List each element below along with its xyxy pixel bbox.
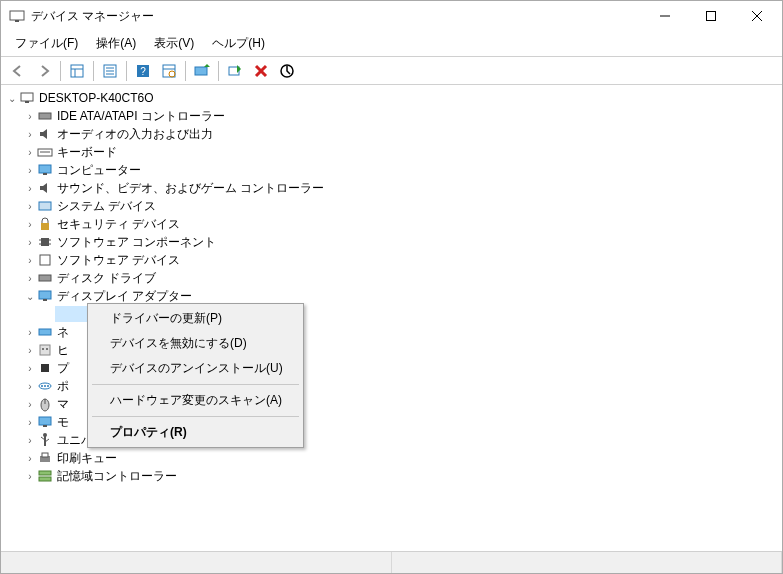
chevron-right-icon[interactable]: › xyxy=(23,363,37,374)
chevron-right-icon[interactable]: › xyxy=(23,435,37,446)
chevron-right-icon[interactable]: › xyxy=(23,129,37,140)
tree-category-label: セキュリティ デバイス xyxy=(57,216,180,233)
svg-rect-44 xyxy=(40,345,50,355)
svg-rect-25 xyxy=(39,113,51,119)
ctx-separator xyxy=(92,384,299,385)
help-toolbar-button[interactable]: ? xyxy=(131,60,155,82)
show-hide-tree-button[interactable] xyxy=(65,60,89,82)
chevron-right-icon[interactable]: › xyxy=(23,327,37,338)
ctx-separator xyxy=(92,416,299,417)
tree-category-node[interactable]: ›システム デバイス xyxy=(3,197,780,215)
svg-rect-18 xyxy=(195,67,207,75)
svg-text:?: ? xyxy=(140,66,146,77)
toolbar-separator xyxy=(185,61,186,81)
chevron-right-icon[interactable]: › xyxy=(23,399,37,410)
chevron-right-icon[interactable]: › xyxy=(23,165,37,176)
menu-help[interactable]: ヘルプ(H) xyxy=(204,33,273,54)
tree-category-node[interactable]: ›キーボード xyxy=(3,143,780,161)
minimize-button[interactable] xyxy=(642,1,688,31)
category-icon xyxy=(37,288,53,304)
tree-category-node[interactable]: ›ディスク ドライブ xyxy=(3,269,780,287)
tree-category-label: システム デバイス xyxy=(57,198,156,215)
chevron-right-icon[interactable]: › xyxy=(23,111,37,122)
tree-category-label: キーボード xyxy=(57,144,117,161)
uninstall-device-toolbar-button[interactable] xyxy=(249,60,273,82)
disable-device-toolbar-button[interactable] xyxy=(275,60,299,82)
tree-category-label: 記憶域コントローラー xyxy=(57,468,177,485)
maximize-button[interactable] xyxy=(688,1,734,31)
svg-rect-54 xyxy=(39,417,51,425)
tree-category-label: モ xyxy=(57,414,69,431)
chevron-right-icon[interactable]: › xyxy=(23,219,37,230)
category-icon xyxy=(37,342,53,358)
back-button[interactable] xyxy=(6,60,30,82)
chevron-down-icon[interactable]: ⌄ xyxy=(5,93,19,104)
category-icon xyxy=(37,450,53,466)
chevron-right-icon[interactable]: › xyxy=(23,273,37,284)
tree-category-node[interactable]: ›サウンド、ビデオ、およびゲーム コントローラー xyxy=(3,179,780,197)
svg-rect-31 xyxy=(41,223,49,230)
scan-hardware-toolbar-button[interactable] xyxy=(157,60,181,82)
computer-icon xyxy=(19,90,35,106)
ctx-properties[interactable]: プロパティ(R) xyxy=(90,420,301,445)
category-icon xyxy=(37,270,53,286)
chevron-right-icon[interactable]: › xyxy=(23,147,37,158)
statusbar xyxy=(1,551,782,573)
category-icon xyxy=(37,216,53,232)
tree-category-label: サウンド、ビデオ、およびゲーム コントローラー xyxy=(57,180,324,197)
tree-category-node[interactable]: ›ソフトウェア デバイス xyxy=(3,251,780,269)
svg-rect-39 xyxy=(39,291,51,299)
tree-category-label: ディスク ドライブ xyxy=(57,270,156,287)
chevron-right-icon[interactable]: › xyxy=(23,201,37,212)
tree-category-label: IDE ATA/ATAPI コントローラー xyxy=(57,108,225,125)
chevron-right-icon[interactable]: › xyxy=(23,183,37,194)
menu-view[interactable]: 表示(V) xyxy=(146,33,202,54)
tree-category-label: ディスプレイ アダプター xyxy=(57,288,192,305)
tree-category-node[interactable]: ›IDE ATA/ATAPI コントローラー xyxy=(3,107,780,125)
tree-category-label: オーディオの入力および出力 xyxy=(57,126,213,143)
svg-point-45 xyxy=(42,348,44,350)
chevron-right-icon[interactable]: › xyxy=(23,237,37,248)
chevron-right-icon[interactable]: › xyxy=(23,471,37,482)
category-icon xyxy=(37,144,53,160)
svg-point-17 xyxy=(169,71,175,77)
category-icon xyxy=(37,252,53,268)
tree-category-label: 印刷キュー xyxy=(57,450,117,467)
category-icon xyxy=(37,234,53,250)
svg-point-49 xyxy=(41,385,43,387)
ctx-disable-device[interactable]: デバイスを無効にする(D) xyxy=(90,331,301,356)
properties-toolbar-button[interactable] xyxy=(98,60,122,82)
tree-category-node[interactable]: ›印刷キュー xyxy=(3,449,780,467)
svg-point-57 xyxy=(43,433,47,437)
menubar: ファイル(F) 操作(A) 表示(V) ヘルプ(H) xyxy=(1,31,782,57)
tree-category-node[interactable]: ›オーディオの入力および出力 xyxy=(3,125,780,143)
enable-device-toolbar-button[interactable] xyxy=(223,60,247,82)
toolbar-separator xyxy=(60,61,61,81)
tree-category-node[interactable]: ›コンピューター xyxy=(3,161,780,179)
update-driver-toolbar-button[interactable] xyxy=(190,60,214,82)
category-icon xyxy=(37,108,53,124)
svg-rect-37 xyxy=(40,255,50,265)
tree-category-node[interactable]: ›セキュリティ デバイス xyxy=(3,215,780,233)
menu-action[interactable]: 操作(A) xyxy=(88,33,144,54)
chevron-right-icon[interactable]: › xyxy=(23,453,37,464)
close-button[interactable] xyxy=(734,1,780,31)
tree-root-node[interactable]: ⌄ DESKTOP-K40CT6O xyxy=(3,89,780,107)
chevron-right-icon[interactable]: › xyxy=(23,417,37,428)
chevron-down-icon[interactable]: ⌄ xyxy=(23,291,37,302)
tree-category-label: ソフトウェア コンポーネント xyxy=(57,234,216,251)
tree-category-node[interactable]: ›記憶域コントローラー xyxy=(3,467,780,485)
chevron-right-icon[interactable]: › xyxy=(23,381,37,392)
menu-file[interactable]: ファイル(F) xyxy=(7,33,86,54)
ctx-update-driver[interactable]: ドライバーの更新(P) xyxy=(90,306,301,331)
ctx-scan-hardware[interactable]: ハードウェア変更のスキャン(A) xyxy=(90,388,301,413)
category-icon xyxy=(37,162,53,178)
forward-button[interactable] xyxy=(32,60,56,82)
tree-category-node[interactable]: ›ソフトウェア コンポーネント xyxy=(3,233,780,251)
svg-rect-55 xyxy=(43,425,47,427)
chevron-right-icon[interactable]: › xyxy=(23,255,37,266)
chevron-right-icon[interactable]: › xyxy=(23,345,37,356)
svg-rect-6 xyxy=(71,65,83,77)
device-tree[interactable]: ⌄ DESKTOP-K40CT6O ›IDE ATA/ATAPI コントローラー… xyxy=(1,85,782,551)
ctx-uninstall-device[interactable]: デバイスのアンインストール(U) xyxy=(90,356,301,381)
